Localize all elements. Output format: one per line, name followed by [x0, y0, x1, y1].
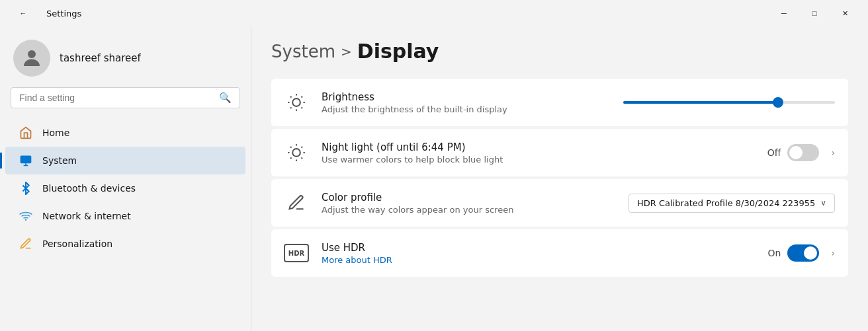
brightness-thumb — [773, 97, 783, 108]
night-light-control: Off › — [767, 144, 835, 161]
hdr-text: Use HDR More about HDR — [322, 242, 754, 265]
search-icon: 🔍 — [219, 92, 232, 104]
color-profile-control[interactable]: HDR Calibrated Profile 8/30/2024 223955 … — [629, 194, 835, 213]
svg-point-3 — [292, 98, 300, 106]
nav-list: Home System Bluetooth — [0, 116, 251, 331]
avatar-icon — [20, 46, 44, 70]
svg-line-6 — [290, 96, 292, 98]
back-button[interactable]: ← — [8, 3, 38, 24]
sidebar-item-label: Home — [42, 128, 69, 138]
night-light-text: Night light (off until 6:44 PM) Use warm… — [322, 141, 754, 165]
sidebar-item-personalization[interactable]: Personalization — [5, 230, 245, 258]
titlebar: ← Settings ─ □ ✕ — [0, 0, 868, 26]
avatar — [13, 40, 50, 77]
svg-line-20 — [301, 147, 302, 148]
dropdown-chevron-icon: ∨ — [820, 198, 826, 207]
brightness-icon — [284, 91, 308, 114]
bluetooth-icon — [19, 181, 33, 196]
sidebar-item-label: System — [42, 155, 77, 166]
titlebar-left: ← Settings — [8, 3, 81, 24]
breadcrumb-system: System — [271, 42, 335, 61]
username: tashreef shareef — [60, 52, 141, 64]
hdr-desc: More about HDR — [322, 255, 754, 265]
sidebar-item-bluetooth[interactable]: Bluetooth & devices — [5, 174, 245, 202]
brightness-text: Brightness Adjust the brightness of the … — [322, 91, 610, 114]
brightness-title: Brightness — [322, 91, 610, 103]
personalization-icon — [19, 237, 33, 251]
hdr-title: Use HDR — [322, 242, 754, 254]
app-title: Settings — [46, 9, 81, 18]
svg-point-0 — [28, 50, 36, 58]
svg-line-15 — [290, 147, 292, 148]
titlebar-controls: ─ □ ✕ — [769, 3, 860, 24]
minimize-button[interactable]: ─ — [769, 3, 799, 24]
sidebar-item-label: Bluetooth & devices — [42, 183, 136, 194]
sidebar-item-label: Personalization — [42, 239, 112, 249]
search-box[interactable]: 🔍 — [11, 87, 240, 108]
night-light-setting: Night light (off until 6:44 PM) Use warm… — [271, 129, 848, 176]
night-light-icon — [284, 141, 308, 165]
hdr-chevron-icon: › — [831, 248, 835, 258]
brightness-slider[interactable] — [623, 101, 835, 104]
hdr-setting: HDR Use HDR More about HDR On › — [271, 229, 848, 277]
color-profile-icon — [284, 191, 308, 215]
hdr-icon: HDR — [284, 241, 308, 265]
brightness-desc: Adjust the brightness of the built-in di… — [322, 104, 610, 114]
dropdown-value: HDR Calibrated Profile 8/30/2024 223955 — [637, 198, 815, 208]
svg-line-7 — [301, 107, 302, 108]
svg-line-11 — [301, 96, 302, 98]
hdr-control: On › — [767, 244, 835, 262]
sidebar-item-home[interactable]: Home — [5, 119, 245, 147]
night-light-title: Night light (off until 6:44 PM) — [322, 141, 754, 153]
close-button[interactable]: ✕ — [830, 3, 860, 24]
color-profile-dropdown[interactable]: HDR Calibrated Profile 8/30/2024 223955 … — [629, 194, 835, 213]
breadcrumb-current: Display — [357, 40, 439, 63]
search-input[interactable] — [19, 92, 214, 103]
color-profile-desc: Adjust the way colors appear on your scr… — [322, 205, 615, 215]
toggle-thumb — [789, 146, 803, 159]
svg-rect-1 — [21, 156, 32, 164]
color-profile-title: Color profile — [322, 192, 615, 203]
svg-point-2 — [25, 219, 27, 221]
breadcrumb-separator: > — [341, 44, 352, 59]
hdr-badge: HDR — [284, 244, 309, 262]
home-icon — [19, 126, 33, 140]
brightness-control[interactable] — [623, 101, 835, 104]
night-light-desc: Use warmer colors to help block blue lig… — [322, 155, 754, 165]
network-icon — [19, 209, 33, 223]
hdr-toggle[interactable] — [787, 244, 819, 262]
settings-list: Brightness Adjust the brightness of the … — [271, 79, 848, 277]
app-body: tashreef shareef 🔍 Home — [0, 26, 868, 331]
maximize-button[interactable]: □ — [799, 3, 830, 24]
sidebar-item-label: Network & internet — [42, 211, 131, 221]
svg-point-12 — [292, 149, 300, 157]
main-content: System > Display — [251, 26, 868, 331]
hdr-toggle-label: On — [767, 248, 781, 258]
night-light-chevron-icon: › — [831, 147, 835, 158]
color-profile-setting: Color profile Adjust the way colors appe… — [271, 179, 848, 227]
sidebar-item-network[interactable]: Network & internet — [5, 202, 245, 230]
toggle-thumb — [804, 246, 817, 260]
svg-line-10 — [290, 107, 292, 108]
back-icon: ← — [20, 9, 27, 17]
brightness-setting: Brightness Adjust the brightness of the … — [271, 79, 848, 126]
system-icon — [19, 153, 33, 168]
night-light-toggle[interactable] — [787, 144, 819, 161]
hdr-link[interactable]: More about HDR — [322, 255, 392, 265]
color-profile-text: Color profile Adjust the way colors appe… — [322, 192, 615, 215]
sidebar: tashreef shareef 🔍 Home — [0, 26, 251, 331]
sidebar-item-system[interactable]: System — [5, 147, 245, 174]
user-profile: tashreef shareef — [0, 26, 251, 87]
svg-line-19 — [290, 157, 292, 159]
brightness-fill — [623, 101, 778, 104]
night-light-toggle-label: Off — [767, 147, 781, 158]
breadcrumb: System > Display — [271, 40, 848, 63]
svg-line-16 — [301, 157, 302, 159]
